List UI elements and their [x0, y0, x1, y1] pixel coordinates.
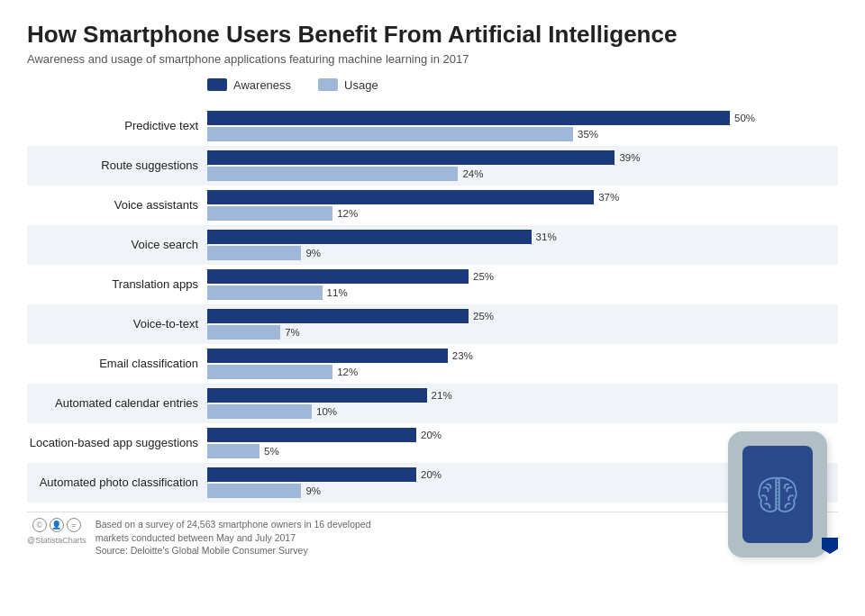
awareness-value-8: 20% [421, 430, 442, 440]
usage-bar-row-5: 7% [207, 325, 838, 340]
bar-row-4: Translation apps25%11% [27, 265, 838, 304]
chart-legend: Awareness Usage [207, 78, 838, 92]
bar-row-8: Location-based app suggestions20%5% [27, 423, 838, 463]
equals-icon: = [67, 518, 81, 532]
legend-awareness: Awareness [207, 78, 291, 92]
awareness-bar-8 [207, 428, 416, 442]
awareness-value-7: 21% [432, 390, 452, 401]
usage-bar-row-2: 12% [207, 206, 838, 221]
bar-label-4: Translation apps [27, 277, 207, 292]
bar-group-4: 25%11% [207, 269, 838, 300]
bar-row-7: Automated calendar entries21%10% [27, 384, 838, 423]
awareness-bar-0 [207, 111, 730, 125]
usage-bar-row-4: 11% [207, 285, 838, 300]
usage-value-3: 9% [305, 248, 321, 258]
bar-row-6: Email classification23%12% [27, 344, 838, 384]
bar-row-5: Voice-to-text25%7% [27, 304, 838, 344]
bar-group-1: 39%24% [207, 150, 838, 181]
bar-group-2: 37%12% [207, 190, 838, 221]
usage-bar-2 [207, 206, 332, 221]
awareness-bar-row-3: 31% [207, 230, 838, 244]
usage-bar-7 [207, 404, 312, 419]
usage-value-7: 10% [316, 406, 337, 417]
phone-body [728, 431, 827, 557]
awareness-bar-4 [207, 269, 469, 284]
bar-label-1: Route suggestions [27, 159, 207, 173]
bar-label-7: Automated calendar entries [27, 396, 207, 411]
usage-value-8: 5% [264, 446, 279, 457]
source-line2: markets conducted between May and July 2… [96, 531, 371, 545]
cc-icons: © 👤 = @StatistaCharts [27, 518, 86, 545]
usage-value-2: 12% [337, 208, 358, 219]
statista-charts-label: @StatistaCharts [27, 536, 86, 545]
chart-container: How Smartphone Users Benefit From Artifi… [0, 0, 865, 616]
bar-group-7: 21%10% [207, 388, 838, 419]
bar-group-6: 23%12% [207, 349, 838, 379]
bar-row-3: Voice search31%9% [27, 225, 838, 265]
awareness-value-3: 31% [536, 231, 557, 242]
source-line3: Source: Deloitte's Global Mobile Consume… [96, 544, 371, 557]
usage-bar-6 [207, 365, 332, 379]
person-icon: 👤 [50, 518, 64, 532]
awareness-bar-row-2: 37% [207, 190, 838, 204]
usage-label: Usage [344, 78, 378, 92]
usage-bar-row-3: 9% [207, 246, 838, 260]
usage-bar-9 [207, 484, 301, 498]
bar-label-9: Automated photo classification [27, 476, 207, 490]
usage-bar-0 [207, 127, 573, 141]
source-line1: Based on a survey of 24,563 smartphone o… [96, 518, 371, 531]
bar-group-3: 31%9% [207, 230, 838, 260]
chart-footer: © 👤 = @StatistaCharts Based on a survey … [27, 512, 838, 557]
bar-row-0: Predictive text50%35% [27, 106, 838, 146]
awareness-value-5: 25% [473, 311, 494, 322]
usage-bar-8 [207, 444, 260, 458]
bar-row-9: Automated photo classification20%9% [27, 463, 838, 503]
awareness-bar-row-6: 23% [207, 349, 838, 363]
usage-bar-row-1: 24% [207, 167, 838, 181]
usage-value-0: 35% [578, 129, 598, 140]
awareness-bar-5 [207, 309, 469, 323]
bar-label-3: Voice search [27, 238, 207, 252]
awareness-bar-row-5: 25% [207, 309, 838, 323]
awareness-value-6: 23% [452, 350, 473, 361]
awareness-bar-1 [207, 150, 615, 165]
bar-row-2: Voice assistants37%12% [27, 186, 838, 225]
usage-value-4: 11% [327, 287, 348, 298]
usage-value-1: 24% [462, 168, 483, 179]
chart-subtitle: Awareness and usage of smartphone applic… [27, 52, 838, 66]
usage-swatch [318, 78, 338, 91]
awareness-value-0: 50% [734, 113, 755, 123]
awareness-swatch [207, 78, 227, 91]
usage-value-6: 12% [337, 367, 358, 377]
usage-bar-row-0: 35% [207, 127, 838, 141]
awareness-value-9: 20% [421, 469, 442, 480]
chart-title: How Smartphone Users Benefit From Artifi… [27, 22, 838, 49]
footer-source: Based on a survey of 24,563 smartphone o… [96, 518, 371, 557]
awareness-bar-3 [207, 230, 532, 244]
bars-area: Predictive text50%35%Route suggestions39… [27, 106, 838, 503]
usage-bar-5 [207, 325, 280, 340]
footer-left: © 👤 = @StatistaCharts Based on a survey … [27, 518, 371, 557]
awareness-bar-2 [207, 190, 594, 204]
awareness-value-2: 37% [598, 192, 619, 203]
phone-screen [742, 446, 813, 543]
awareness-label: Awareness [233, 78, 291, 92]
bar-group-0: 50%35% [207, 111, 838, 141]
bar-label-0: Predictive text [27, 119, 207, 133]
bar-label-5: Voice-to-text [27, 317, 207, 331]
awareness-value-1: 39% [619, 152, 640, 163]
awareness-bar-row-7: 21% [207, 388, 838, 403]
awareness-bar-row-0: 50% [207, 111, 838, 125]
legend-usage: Usage [318, 78, 378, 92]
awareness-bar-row-1: 39% [207, 150, 838, 165]
awareness-value-4: 25% [473, 271, 494, 282]
brain-icon [753, 470, 802, 519]
awareness-bar-6 [207, 349, 448, 363]
bar-label-2: Voice assistants [27, 198, 207, 213]
awareness-bar-9 [207, 467, 416, 482]
usage-bar-1 [207, 167, 458, 181]
bar-row-1: Route suggestions39%24% [27, 146, 838, 186]
usage-value-9: 9% [305, 485, 321, 496]
usage-bar-row-7: 10% [207, 404, 838, 419]
phone-illustration [728, 431, 827, 557]
